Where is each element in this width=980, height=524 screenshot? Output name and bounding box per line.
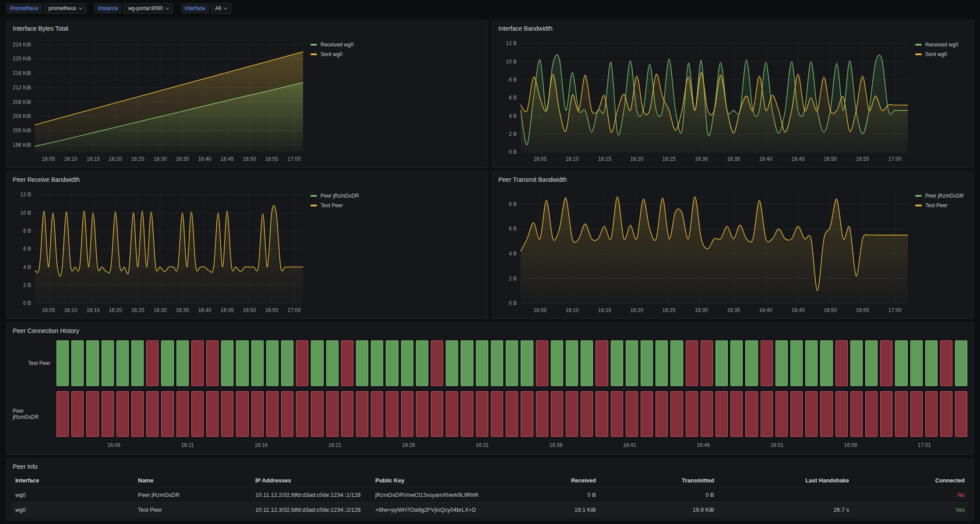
status-cell-disconnected bbox=[371, 391, 383, 437]
legend-series-swatch bbox=[915, 195, 922, 197]
status-history-bars[interactable] bbox=[56, 340, 967, 386]
legend-series-name: Peer jRzmDsDR bbox=[321, 193, 359, 199]
status-cell-disconnected bbox=[191, 391, 204, 437]
panel-title[interactable]: Interface Bytes Total bbox=[13, 25, 68, 32]
legend-item[interactable]: Received wg0 bbox=[310, 42, 362, 48]
svg-text:0 B: 0 B bbox=[509, 300, 517, 306]
status-cell-disconnected bbox=[236, 391, 248, 437]
panel-peer-info: Peer Info InterfaceNameIP AddressesPubli… bbox=[6, 458, 974, 520]
svg-text:16:20: 16:20 bbox=[109, 307, 122, 313]
svg-text:0 B: 0 B bbox=[23, 300, 31, 306]
cell-received: 19.1 KiB bbox=[497, 503, 599, 517]
status-cell-connected bbox=[641, 340, 653, 386]
cell-name: Peer jRzmDsDR bbox=[134, 488, 252, 502]
status-cell-disconnected bbox=[656, 391, 668, 437]
status-cell-disconnected bbox=[611, 391, 623, 437]
status-cell-disconnected bbox=[251, 391, 264, 437]
status-cell-disconnected bbox=[581, 391, 593, 437]
column-header-ip-addresses[interactable]: IP Addresses bbox=[252, 474, 372, 487]
chevron-down-icon bbox=[79, 6, 82, 9]
status-cell-disconnected bbox=[626, 391, 638, 437]
status-cell-connected bbox=[446, 340, 458, 386]
status-cell-connected bbox=[850, 340, 863, 386]
dashboard-grid: Interface Bytes Total 16:0516:1016:1516:… bbox=[0, 17, 980, 523]
column-header-interface[interactable]: Interface bbox=[12, 474, 134, 487]
variable-label-interface: Interface bbox=[181, 3, 209, 14]
svg-text:16:45: 16:45 bbox=[221, 307, 234, 313]
cell-ip-addresses: 10.11.12.2/32,fdfd:d3ad:c0de:1234::1/128 bbox=[252, 488, 372, 502]
svg-text:16:45: 16:45 bbox=[221, 156, 234, 162]
status-cell-connected bbox=[221, 340, 233, 386]
svg-text:6 B: 6 B bbox=[509, 95, 517, 101]
svg-text:16:40: 16:40 bbox=[198, 307, 211, 313]
legend-item[interactable]: Sent wg0 bbox=[915, 51, 967, 57]
svg-text:16:40: 16:40 bbox=[759, 156, 772, 162]
status-cell-connected bbox=[776, 340, 788, 386]
status-history-bars[interactable] bbox=[56, 391, 967, 437]
status-cell-connected bbox=[805, 340, 818, 386]
svg-text:17:00: 17:00 bbox=[888, 156, 902, 162]
status-cell-disconnected bbox=[191, 340, 204, 386]
column-header-public-key[interactable]: Public Key bbox=[372, 474, 497, 487]
svg-text:16:50: 16:50 bbox=[824, 307, 837, 313]
legend-series-swatch bbox=[310, 53, 317, 55]
svg-text:16:30: 16:30 bbox=[695, 307, 708, 313]
svg-text:16:50: 16:50 bbox=[824, 156, 837, 162]
variable-value: prometheus bbox=[49, 5, 76, 11]
status-cell-connected bbox=[506, 340, 518, 386]
svg-text:216 KiB: 216 KiB bbox=[13, 70, 31, 76]
status-cell-connected bbox=[910, 340, 923, 386]
status-cell-disconnected bbox=[461, 391, 473, 437]
status-cell-connected bbox=[611, 340, 623, 386]
status-cell-disconnected bbox=[955, 391, 967, 437]
legend-series-swatch bbox=[310, 205, 317, 206]
column-header-received[interactable]: Received bbox=[497, 474, 599, 487]
variable-dropdown-interface[interactable]: All bbox=[211, 3, 231, 14]
variable-interface: Interface All bbox=[181, 3, 231, 14]
cell-public-key: jRzmDsDRVnwCt13vsyamXherk9L9RhR bbox=[372, 488, 497, 502]
status-cell-connected bbox=[102, 340, 114, 386]
time-series-chart[interactable]: 16:0516:1016:1516:2016:2516:3016:3516:40… bbox=[10, 185, 307, 315]
svg-text:16:05: 16:05 bbox=[533, 156, 546, 162]
series-label: Test Peer bbox=[13, 340, 56, 386]
status-cell-connected bbox=[581, 340, 593, 386]
column-header-name[interactable]: Name bbox=[134, 474, 252, 487]
svg-text:16:55: 16:55 bbox=[856, 156, 869, 162]
panel-title[interactable]: Interface Bandwidth bbox=[498, 25, 553, 32]
panel-title[interactable]: Peer Receive Bandwidth bbox=[13, 176, 80, 183]
status-cell-connected bbox=[161, 340, 173, 386]
legend-item[interactable]: Sent wg0 bbox=[310, 51, 362, 57]
variable-dropdown-instance[interactable]: wg-portal:8080 bbox=[123, 3, 173, 14]
status-cell-disconnected bbox=[895, 391, 907, 437]
column-header-transmitted[interactable]: Transmitted bbox=[599, 474, 718, 487]
panel-title[interactable]: Peer Info bbox=[13, 463, 38, 470]
dashboard-variables-bar: Prometheus prometheus Instance wg-portal… bbox=[0, 0, 980, 17]
status-cell-connected bbox=[86, 340, 99, 386]
svg-text:16:30: 16:30 bbox=[695, 156, 708, 162]
column-header-connected[interactable]: Connected bbox=[853, 474, 968, 487]
status-cell-disconnected bbox=[835, 340, 848, 386]
status-cell-connected bbox=[790, 340, 803, 386]
legend-item[interactable]: Peer jRzmDsDR bbox=[915, 193, 967, 199]
time-series-chart[interactable]: 16:0516:1016:1516:2016:2516:3016:3516:40… bbox=[10, 34, 307, 164]
panel-title[interactable]: Peer Transmit Bandwidth bbox=[498, 176, 567, 183]
legend-item[interactable]: Received wg0 bbox=[915, 42, 967, 48]
variable-dropdown-prometheus[interactable]: prometheus bbox=[44, 3, 86, 14]
column-header-last-handshake[interactable]: Last Handshake bbox=[718, 474, 853, 487]
svg-text:16:35: 16:35 bbox=[176, 307, 189, 313]
status-cell-connected bbox=[116, 340, 129, 386]
chart-legend: Received wg0Sent wg0 bbox=[915, 42, 967, 57]
legend-series-name: Peer jRzmDsDR bbox=[925, 193, 964, 199]
status-cell-connected bbox=[626, 340, 638, 386]
legend-item[interactable]: Test Peer bbox=[310, 202, 362, 209]
legend-series-name: Test Peer bbox=[925, 202, 948, 209]
panel-title[interactable]: Peer Connection History bbox=[13, 327, 79, 334]
legend-item[interactable]: Test Peer bbox=[915, 202, 967, 209]
time-series-chart[interactable]: 16:0516:1016:1516:2016:2516:3016:3516:40… bbox=[496, 185, 912, 315]
legend-item[interactable]: Peer jRzmDsDR bbox=[310, 193, 362, 199]
svg-text:16:55: 16:55 bbox=[856, 307, 869, 313]
time-series-chart[interactable]: 16:0516:1016:1516:2016:2516:3016:3516:40… bbox=[496, 34, 912, 164]
x-axis-tick-label: 16:56 bbox=[844, 442, 857, 448]
status-cell-disconnected bbox=[761, 391, 773, 437]
cell-interface: wg0 bbox=[12, 503, 134, 517]
